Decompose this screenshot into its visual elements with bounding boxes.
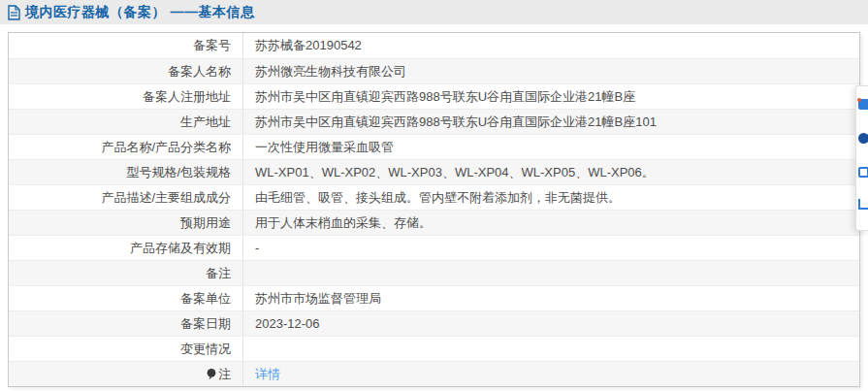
field-label: 备案号 xyxy=(9,33,243,58)
table-row: 生产地址苏州市吴中区甪直镇迎宾西路988号联东U谷甪直国际企业港21幢B座101 xyxy=(9,109,859,134)
info-table: 备案号苏苏械备20190542备案人名称苏州微亮生物科技有限公司备案人注册地址苏… xyxy=(8,32,860,387)
field-label: 变更情况 xyxy=(9,337,243,361)
field-label: 产品名称/产品分类名称 xyxy=(9,135,243,159)
field-label: 生产地址 xyxy=(9,110,243,134)
pin-icon xyxy=(206,364,217,376)
document-icon xyxy=(8,5,20,20)
field-label: 备案人名称 xyxy=(9,59,243,83)
field-value: 苏州微亮生物科技有限公司 xyxy=(243,59,859,83)
field-value xyxy=(243,261,859,285)
field-value: 一次性使用微量采血吸管 xyxy=(243,135,859,159)
toolbar-icon-qq[interactable] xyxy=(858,133,868,144)
page-header: 境内医疗器械（备案） ——基本信息 xyxy=(0,0,868,24)
field-value: 2023-12-06 xyxy=(243,311,859,336)
field-value xyxy=(243,337,859,361)
table-row: 备案日期2023-12-06 xyxy=(9,310,859,336)
field-label: 预期用途 xyxy=(9,211,243,235)
table-row: 备案人名称苏州微亮生物科技有限公司 xyxy=(9,58,859,83)
field-label: 注 xyxy=(9,362,243,386)
table-row: 备案单位苏州市市场监督管理局 xyxy=(9,285,859,310)
table-row: 注详情 xyxy=(9,361,859,386)
floating-widget[interactable] xyxy=(855,85,868,231)
table-row: 变更情况 xyxy=(9,336,859,361)
field-label: 备案人注册地址 xyxy=(9,84,243,109)
field-label: 备案日期 xyxy=(9,311,243,336)
table-row: 型号规格/包装规格WL-XP01、WL-XP02、WL-XP03、WL-XP04… xyxy=(9,159,859,184)
field-value: 苏苏械备20190542 xyxy=(243,33,859,58)
field-value: 详情 xyxy=(243,362,859,386)
page-title: 境内医疗器械（备案） ——基本信息 xyxy=(25,4,254,21)
toolbar-icon-share[interactable] xyxy=(858,167,868,178)
table-row: 产品描述/主要组成成分由毛细管、吸管、接头组成。管内壁不附着添加剂，非无菌提供。 xyxy=(9,184,859,210)
field-label: 产品存储及有效期 xyxy=(9,236,243,260)
field-value: 苏州市吴中区甪直镇迎宾西路988号联东U谷甪直国际企业港21幢B座 xyxy=(243,84,859,109)
table-row: 产品存储及有效期- xyxy=(9,235,859,260)
table-row: 产品名称/产品分类名称一次性使用微量采血吸管 xyxy=(9,134,859,159)
field-value: 由毛细管、吸管、接头组成。管内壁不附着添加剂，非无菌提供。 xyxy=(243,185,859,210)
field-value: WL-XP01、WL-XP02、WL-XP03、WL-XP04、WL-XP05、… xyxy=(243,160,859,184)
details-link[interactable]: 详情 xyxy=(255,367,280,381)
toolbar-icon-link[interactable] xyxy=(858,199,868,210)
field-label: 备注 xyxy=(9,261,243,285)
table-row: 预期用途用于人体末梢血的采集、存储。 xyxy=(9,210,859,235)
table-row: 备注 xyxy=(9,260,859,285)
field-value: 苏州市吴中区甪直镇迎宾西路988号联东U谷甪直国际企业港21幢B座101 xyxy=(243,110,859,134)
field-value: 苏州市市场监督管理局 xyxy=(243,286,859,310)
field-value: - xyxy=(243,236,859,260)
field-label: 产品描述/主要组成成分 xyxy=(9,185,243,210)
table-row: 备案号苏苏械备20190542 xyxy=(9,33,859,58)
field-label: 备案单位 xyxy=(9,286,243,310)
field-label: 型号规格/包装规格 xyxy=(9,160,243,184)
toolbar-icon-chat[interactable] xyxy=(858,99,868,110)
table-row: 备案人注册地址苏州市吴中区甪直镇迎宾西路988号联东U谷甪直国际企业港21幢B座 xyxy=(9,83,859,109)
field-value: 用于人体末梢血的采集、存储。 xyxy=(243,211,859,235)
